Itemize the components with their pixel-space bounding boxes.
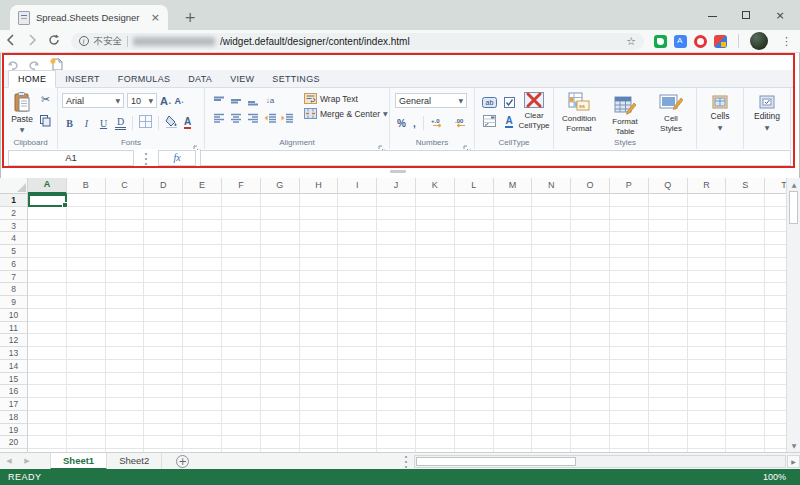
- cell-R17[interactable]: [688, 398, 727, 411]
- address-bar[interactable]: i 不安全 /widget.default/designer/content/i…: [71, 33, 644, 50]
- opera-extension-icon[interactable]: [694, 35, 707, 48]
- row-header-19[interactable]: 19: [0, 424, 28, 437]
- cell-J4[interactable]: [377, 232, 416, 245]
- cell-G4[interactable]: [261, 232, 300, 245]
- cell-O8[interactable]: [571, 283, 610, 296]
- cell-O19[interactable]: [571, 424, 610, 437]
- cell-S20[interactable]: [726, 436, 765, 449]
- cell-N16[interactable]: [532, 385, 571, 398]
- cell-F8[interactable]: [222, 283, 261, 296]
- cell-L19[interactable]: [455, 424, 494, 437]
- cell-E1[interactable]: [183, 194, 222, 207]
- cell-G13[interactable]: [261, 347, 300, 360]
- cell-D6[interactable]: [144, 258, 183, 271]
- cell-S18[interactable]: [726, 411, 765, 424]
- cell-K18[interactable]: [416, 411, 455, 424]
- cell-P17[interactable]: [610, 398, 649, 411]
- cell-R3[interactable]: [688, 220, 727, 233]
- cell-L14[interactable]: [455, 360, 494, 373]
- cell-A1[interactable]: [28, 194, 67, 207]
- cell-O12[interactable]: [571, 334, 610, 347]
- cell-J20[interactable]: [377, 436, 416, 449]
- cell-Q12[interactable]: [649, 334, 688, 347]
- cell-N3[interactable]: [532, 220, 571, 233]
- column-header-J[interactable]: J: [377, 178, 416, 194]
- cell-N2[interactable]: [532, 207, 571, 220]
- cell-R16[interactable]: [688, 385, 727, 398]
- hyperlink-celltype-icon[interactable]: A: [505, 116, 512, 128]
- cell-P11[interactable]: [610, 322, 649, 335]
- cell-E7[interactable]: [183, 271, 222, 284]
- cell-T17[interactable]: [765, 398, 786, 411]
- column-header-D[interactable]: D: [144, 178, 183, 194]
- row-header-1[interactable]: 1: [0, 194, 28, 207]
- align-right-icon[interactable]: [247, 109, 259, 127]
- cell-A16[interactable]: [28, 385, 67, 398]
- cell-M2[interactable]: [494, 207, 533, 220]
- cell-L7[interactable]: [455, 271, 494, 284]
- cell-G15[interactable]: [261, 373, 300, 386]
- cell-B13[interactable]: [67, 347, 106, 360]
- italic-button[interactable]: I: [81, 118, 92, 129]
- cell-N17[interactable]: [532, 398, 571, 411]
- cell-J7[interactable]: [377, 271, 416, 284]
- cell-Q10[interactable]: [649, 309, 688, 322]
- cell-P5[interactable]: [610, 245, 649, 258]
- cell-E4[interactable]: [183, 232, 222, 245]
- cell-L2[interactable]: [455, 207, 494, 220]
- cell-I20[interactable]: [338, 436, 377, 449]
- cell-N9[interactable]: [532, 296, 571, 309]
- cell-D17[interactable]: [144, 398, 183, 411]
- cell-K14[interactable]: [416, 360, 455, 373]
- cell-G9[interactable]: [261, 296, 300, 309]
- undo-icon[interactable]: [6, 57, 20, 70]
- cell-H4[interactable]: [300, 232, 339, 245]
- cell-G20[interactable]: [261, 436, 300, 449]
- column-header-A[interactable]: A: [28, 178, 67, 194]
- cell-B11[interactable]: [67, 322, 106, 335]
- horizontal-scrollbar[interactable]: [414, 455, 786, 468]
- row-header-13[interactable]: 13: [0, 347, 28, 360]
- cell-K9[interactable]: [416, 296, 455, 309]
- cell-I4[interactable]: [338, 232, 377, 245]
- cell-H15[interactable]: [300, 373, 339, 386]
- cell-E3[interactable]: [183, 220, 222, 233]
- formula-input[interactable]: [200, 150, 791, 166]
- ribbon-tab-settings[interactable]: SETTINGS: [263, 71, 328, 87]
- cell-G3[interactable]: [261, 220, 300, 233]
- cell-R4[interactable]: [688, 232, 727, 245]
- cell-A3[interactable]: [28, 220, 67, 233]
- fill-color-button[interactable]: [165, 114, 178, 132]
- cell-H11[interactable]: [300, 322, 339, 335]
- cell-S15[interactable]: [726, 373, 765, 386]
- cell-R19[interactable]: [688, 424, 727, 437]
- cell-T15[interactable]: [765, 373, 786, 386]
- cell-E19[interactable]: [183, 424, 222, 437]
- cell-K11[interactable]: [416, 322, 455, 335]
- cell-B6[interactable]: [67, 258, 106, 271]
- cell-N5[interactable]: [532, 245, 571, 258]
- redo-icon[interactable]: [28, 57, 42, 70]
- vertical-scroll-thumb[interactable]: [789, 191, 798, 224]
- align-top-icon[interactable]: [213, 92, 225, 110]
- cell-T8[interactable]: [765, 283, 786, 296]
- column-header-E[interactable]: E: [183, 178, 222, 194]
- column-header-L[interactable]: L: [455, 178, 494, 194]
- cell-G10[interactable]: [261, 309, 300, 322]
- ribbon-tab-insert[interactable]: INSERT: [56, 71, 109, 87]
- cell-Q1[interactable]: [649, 194, 688, 207]
- cell-J10[interactable]: [377, 309, 416, 322]
- cell-R13[interactable]: [688, 347, 727, 360]
- cell-T9[interactable]: [765, 296, 786, 309]
- cell-T4[interactable]: [765, 232, 786, 245]
- cell-M19[interactable]: [494, 424, 533, 437]
- cell-O15[interactable]: [571, 373, 610, 386]
- cell-E15[interactable]: [183, 373, 222, 386]
- cell-H1[interactable]: [300, 194, 339, 207]
- cell-D19[interactable]: [144, 424, 183, 437]
- reload-icon[interactable]: [43, 32, 65, 50]
- cell-K6[interactable]: [416, 258, 455, 271]
- cell-J18[interactable]: [377, 411, 416, 424]
- cell-R10[interactable]: [688, 309, 727, 322]
- column-header-G[interactable]: G: [261, 178, 300, 194]
